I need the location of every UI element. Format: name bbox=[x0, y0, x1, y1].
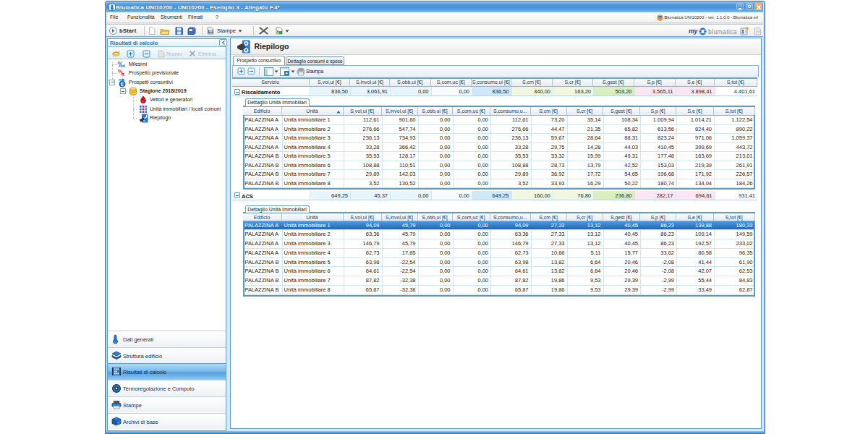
svg-text:o: o bbox=[122, 72, 124, 77]
svg-text:€: € bbox=[121, 81, 124, 86]
svg-text:W: W bbox=[209, 29, 213, 33]
